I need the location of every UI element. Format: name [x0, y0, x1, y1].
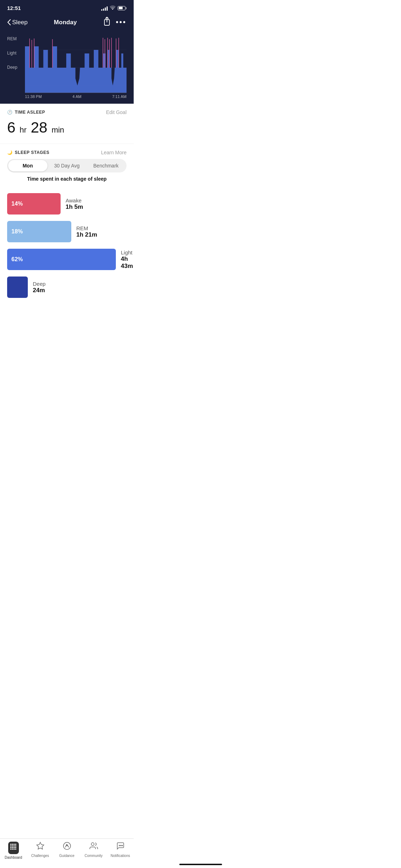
- stage-labels: REM Light Deep: [7, 36, 17, 70]
- stage-bars-container: 14% Awake 1h 5m 18% REM 1h 21m 62% Light…: [0, 193, 134, 311]
- sleep-stages-header: 🌙 SLEEP STAGES Learn More: [7, 150, 127, 155]
- header-actions: •••: [103, 17, 127, 28]
- share-icon[interactable]: [103, 17, 111, 28]
- back-button[interactable]: Sleep: [7, 19, 27, 26]
- time-start: 11:38 PM: [25, 94, 42, 99]
- time-asleep-title: 🕐 TIME ASLEEP: [7, 110, 45, 115]
- clock-icon: 🕐: [7, 110, 13, 115]
- back-label: Sleep: [12, 19, 27, 26]
- sleep-stages-section: 🌙 SLEEP STAGES Learn More Mon 30 Day Avg…: [0, 144, 134, 193]
- awake-info: Awake 1h 5m: [66, 197, 83, 211]
- deep-name: Deep: [33, 281, 46, 287]
- time-axis: [25, 93, 127, 93]
- rem-bar-wrap: 18%: [7, 221, 71, 242]
- deep-bar-wrap: [7, 277, 28, 298]
- rem-time: 1h 21m: [76, 231, 97, 238]
- rem-name: REM: [76, 225, 97, 231]
- awake-time: 1h 5m: [66, 203, 83, 211]
- stage-row-light: 62% Light 4h 43m: [7, 249, 127, 270]
- wifi-icon: [110, 5, 115, 11]
- time-asleep-value: 6 hr 28 min: [7, 117, 127, 138]
- chart-area: [25, 36, 127, 93]
- sleep-stages-title: 🌙 SLEEP STAGES: [7, 150, 49, 155]
- deep-time: 24m: [33, 287, 46, 294]
- tab-30day[interactable]: 30 Day Avg: [47, 160, 87, 171]
- deep-info: Deep 24m: [33, 281, 46, 294]
- more-icon[interactable]: •••: [116, 18, 127, 26]
- stage-row-awake: 14% Awake 1h 5m: [7, 193, 127, 215]
- moon-icon: 🌙: [7, 150, 13, 155]
- light-bar-wrap: 62%: [7, 249, 116, 270]
- battery-icon: [118, 6, 127, 10]
- edit-goal-button[interactable]: Edit Goal: [106, 109, 127, 115]
- awake-pct: 14%: [11, 201, 23, 207]
- sleep-chart: REM Light Deep 11:38 PM: [0, 32, 134, 104]
- deep-bar: [7, 277, 28, 298]
- stage-row-deep: Deep 24m: [7, 277, 127, 298]
- light-info: Light 4h 43m: [121, 249, 133, 270]
- rem-label: REM: [7, 36, 17, 41]
- time-labels: 11:38 PM 4 AM 7:11 AM: [25, 94, 127, 99]
- tab-benchmark[interactable]: Benchmark: [86, 160, 125, 171]
- rem-bar: 18%: [7, 221, 71, 242]
- time-asleep-header: 🕐 TIME ASLEEP Edit Goal: [7, 109, 127, 115]
- stage-row-rem: 18% REM 1h 21m: [7, 221, 127, 242]
- awake-bar-wrap: 14%: [7, 193, 61, 215]
- light-bar: 62%: [7, 249, 116, 270]
- light-pct: 62%: [11, 256, 23, 263]
- tab-mon[interactable]: Mon: [8, 160, 47, 171]
- status-bar: 12:51: [0, 0, 134, 14]
- time-end: 7:11 AM: [112, 94, 127, 99]
- deep-label: Deep: [7, 65, 17, 70]
- awake-name: Awake: [66, 197, 83, 203]
- status-time: 12:51: [7, 5, 21, 11]
- time-mid: 4 AM: [72, 94, 81, 99]
- rem-info: REM 1h 21m: [76, 225, 97, 238]
- rem-pct: 18%: [11, 228, 23, 235]
- light-time: 4h 43m: [121, 255, 133, 270]
- light-name: Light: [121, 249, 133, 255]
- light-label: Light: [7, 51, 17, 56]
- time-asleep-section: 🕐 TIME ASLEEP Edit Goal 6 hr 28 min: [0, 104, 134, 144]
- header: Sleep Monday •••: [0, 14, 134, 32]
- status-icons: [101, 5, 127, 11]
- signal-icon: [101, 6, 108, 11]
- page-title: Monday: [54, 19, 77, 26]
- awake-bar: 14%: [7, 193, 61, 215]
- sleep-tabs[interactable]: Mon 30 Day Avg Benchmark: [7, 159, 127, 172]
- stages-subtitle: Time spent in each stage of sleep: [7, 176, 127, 182]
- learn-more-button[interactable]: Learn More: [101, 150, 127, 155]
